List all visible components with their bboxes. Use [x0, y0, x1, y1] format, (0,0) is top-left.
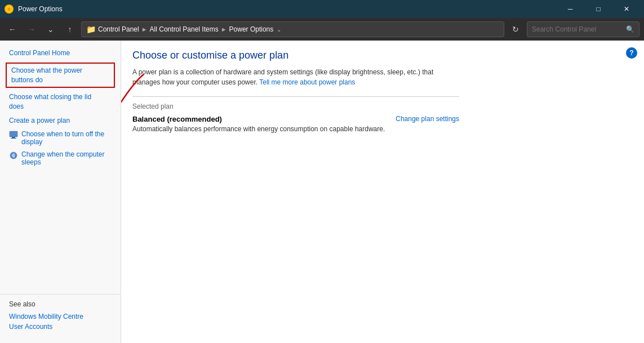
minimize-button[interactable]: ─ [557, 0, 583, 18]
sidebar-item-lid-close[interactable]: Choose what closing the liddoes [0, 90, 121, 114]
plan-info: Balanced (recommended) Automatically bal… [132, 115, 385, 133]
title-bar: Power Options ─ □ ✕ [0, 0, 644, 18]
breadcrumb-all-items[interactable]: All Control Panel Items [150, 25, 219, 33]
sidebar-item-home[interactable]: Control Panel Home [0, 46, 121, 60]
sidebar: Control Panel Home Choose what the power… [0, 41, 121, 343]
up-button[interactable]: ↑ [62, 21, 78, 37]
see-also-user-accounts[interactable]: User Accounts [9, 322, 112, 332]
selected-plan-label: Selected plan [132, 103, 633, 110]
sidebar-item-create-plan[interactable]: Create a power plan [0, 114, 121, 128]
plan-description: Automatically balances performance with … [132, 125, 385, 133]
search-input[interactable] [532, 25, 623, 33]
window-title: Power Options [18, 5, 63, 13]
see-also-mobility-centre[interactable]: Windows Mobility Centre [9, 311, 112, 322]
maximize-button[interactable]: □ [585, 0, 611, 18]
svg-rect-2 [12, 137, 15, 138]
app-icon [5, 5, 14, 14]
search-icon: 🔍 [626, 25, 634, 33]
dropdown-recent-button[interactable]: ⌄ [43, 21, 59, 37]
back-button[interactable]: ← [5, 21, 20, 37]
content-area: ? Choose or customise a power plan A pow… [121, 41, 644, 343]
address-bar: ← → ⌄ ↑ 📁 Control Panel ► All Control Pa… [0, 18, 644, 41]
monitor-icon [9, 131, 18, 140]
breadcrumb-control-panel[interactable]: Control Panel [98, 25, 139, 33]
page-title: Choose or customise a power plan [132, 50, 633, 61]
plan-row: Balanced (recommended) Automatically bal… [132, 115, 459, 133]
svg-rect-1 [10, 131, 17, 137]
breadcrumb-power-options[interactable]: Power Options [229, 25, 274, 33]
sleep-icon [9, 151, 18, 160]
svg-rect-3 [11, 138, 16, 139]
help-button[interactable]: ? [626, 47, 637, 59]
forward-button[interactable]: → [24, 21, 39, 37]
main-container: Control Panel Home Choose what the power… [0, 41, 644, 343]
change-plan-link[interactable]: Change plan settings [396, 115, 459, 123]
sidebar-item-power-buttons[interactable]: Choose what the powerbuttons do [6, 63, 115, 88]
refresh-button[interactable]: ↻ [508, 21, 523, 37]
learn-more-link[interactable]: Tell me more about power plans [259, 78, 355, 86]
see-also-label: See also [9, 300, 112, 308]
content-description: A power plan is a collection of hardware… [132, 67, 459, 87]
plan-name: Balanced (recommended) [132, 115, 385, 123]
see-also-section: See also Windows Mobility Centre User Ac… [0, 294, 121, 337]
sidebar-item-sleep[interactable]: Change when the computer sleeps [0, 148, 121, 168]
window-controls: ─ □ ✕ [557, 0, 639, 18]
close-button[interactable]: ✕ [614, 0, 639, 18]
divider [132, 96, 459, 97]
address-path-bar: 📁 Control Panel ► All Control Panel Item… [81, 21, 504, 37]
sidebar-item-turn-off-display[interactable]: Choose when to turn off the display [0, 128, 121, 148]
search-box: 🔍 [527, 21, 639, 37]
path-dropdown-button[interactable]: ⌄ [273, 21, 285, 37]
sidebar-nav: Control Panel Home Choose what the power… [0, 46, 121, 168]
